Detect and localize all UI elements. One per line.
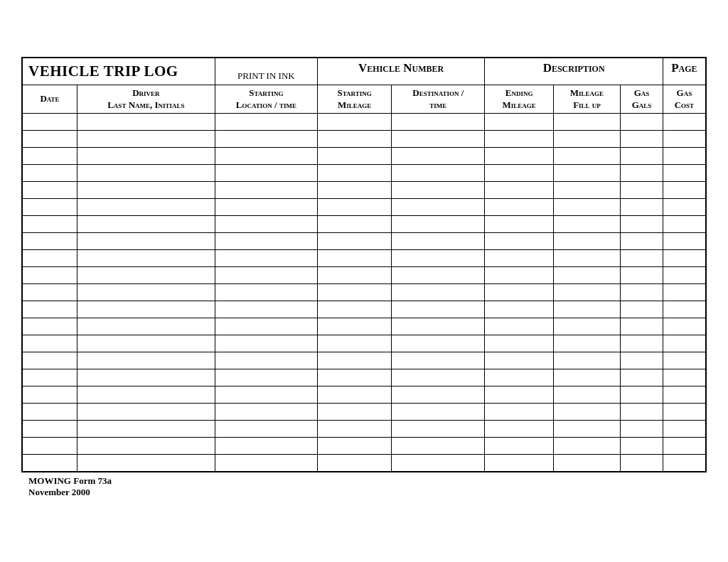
cell[interactable] (392, 387, 485, 404)
cell[interactable] (621, 404, 663, 421)
cell[interactable] (663, 352, 706, 369)
cell[interactable] (663, 369, 706, 387)
cell[interactable] (215, 369, 317, 387)
cell[interactable] (485, 284, 553, 301)
cell[interactable] (392, 148, 485, 165)
cell[interactable] (663, 148, 706, 165)
cell[interactable] (553, 182, 620, 199)
cell[interactable] (621, 199, 663, 216)
cell[interactable] (215, 387, 317, 404)
cell[interactable] (392, 421, 485, 438)
cell[interactable] (621, 165, 663, 182)
cell[interactable] (621, 421, 663, 438)
cell[interactable] (317, 421, 391, 438)
cell[interactable] (215, 148, 317, 165)
cell[interactable] (663, 387, 706, 404)
cell[interactable] (553, 438, 620, 455)
cell[interactable] (77, 369, 215, 387)
cell[interactable] (22, 404, 77, 421)
cell[interactable] (553, 335, 620, 352)
cell[interactable] (215, 267, 317, 284)
cell[interactable] (621, 387, 663, 404)
cell[interactable] (215, 216, 317, 233)
cell[interactable] (485, 131, 553, 148)
cell[interactable] (621, 233, 663, 250)
cell[interactable] (22, 216, 77, 233)
cell[interactable] (77, 216, 215, 233)
cell[interactable] (392, 335, 485, 352)
cell[interactable] (215, 165, 317, 182)
cell[interactable] (621, 114, 663, 131)
cell[interactable] (663, 438, 706, 455)
cell[interactable] (22, 369, 77, 387)
cell[interactable] (553, 387, 620, 404)
cell[interactable] (485, 250, 553, 267)
cell[interactable] (663, 335, 706, 352)
cell[interactable] (215, 199, 317, 216)
cell[interactable] (663, 199, 706, 216)
cell[interactable] (553, 352, 620, 369)
cell[interactable] (22, 182, 77, 199)
cell[interactable] (663, 318, 706, 335)
cell[interactable] (77, 438, 215, 455)
cell[interactable] (77, 387, 215, 404)
cell[interactable] (317, 250, 391, 267)
cell[interactable] (215, 301, 317, 318)
cell[interactable] (553, 250, 620, 267)
cell[interactable] (317, 404, 391, 421)
cell[interactable] (392, 233, 485, 250)
cell[interactable] (77, 404, 215, 421)
cell[interactable] (215, 284, 317, 301)
cell[interactable] (77, 250, 215, 267)
cell[interactable] (317, 114, 391, 131)
cell[interactable] (621, 182, 663, 199)
cell[interactable] (621, 301, 663, 318)
cell[interactable] (77, 352, 215, 369)
cell[interactable] (22, 284, 77, 301)
cell[interactable] (485, 404, 553, 421)
cell[interactable] (621, 318, 663, 335)
cell[interactable] (77, 131, 215, 148)
cell[interactable] (485, 267, 553, 284)
cell[interactable] (553, 267, 620, 284)
cell[interactable] (317, 438, 391, 455)
cell[interactable] (553, 165, 620, 182)
cell[interactable] (317, 352, 391, 369)
cell[interactable] (317, 233, 391, 250)
cell[interactable] (77, 455, 215, 472)
cell[interactable] (317, 199, 391, 216)
cell[interactable] (22, 114, 77, 131)
cell[interactable] (317, 182, 391, 199)
cell[interactable] (663, 267, 706, 284)
cell[interactable] (621, 369, 663, 387)
cell[interactable] (663, 250, 706, 267)
cell[interactable] (317, 318, 391, 335)
cell[interactable] (621, 284, 663, 301)
cell[interactable] (215, 421, 317, 438)
cell[interactable] (485, 318, 553, 335)
cell[interactable] (392, 438, 485, 455)
cell[interactable] (22, 131, 77, 148)
cell[interactable] (22, 148, 77, 165)
cell[interactable] (22, 455, 77, 472)
cell[interactable] (553, 216, 620, 233)
cell[interactable] (553, 233, 620, 250)
cell[interactable] (77, 233, 215, 250)
cell[interactable] (392, 318, 485, 335)
cell[interactable] (392, 216, 485, 233)
cell[interactable] (663, 165, 706, 182)
cell[interactable] (317, 455, 391, 472)
cell[interactable] (553, 131, 620, 148)
cell[interactable] (392, 301, 485, 318)
cell[interactable] (621, 148, 663, 165)
cell[interactable] (553, 199, 620, 216)
cell[interactable] (317, 284, 391, 301)
cell[interactable] (485, 148, 553, 165)
cell[interactable] (392, 114, 485, 131)
cell[interactable] (553, 114, 620, 131)
cell[interactable] (77, 267, 215, 284)
cell[interactable] (215, 182, 317, 199)
cell[interactable] (621, 335, 663, 352)
cell[interactable] (317, 165, 391, 182)
cell[interactable] (22, 335, 77, 352)
